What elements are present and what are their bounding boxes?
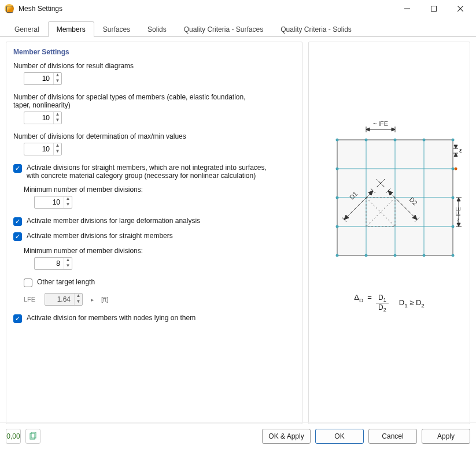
- apply-button[interactable]: Apply: [422, 429, 470, 444]
- svg-marker-50: [454, 153, 457, 157]
- diag-eps: ε: [459, 147, 462, 154]
- rel: D1 ≥ D2: [399, 298, 425, 309]
- c1-down[interactable]: ▼: [64, 202, 72, 208]
- svg-point-19: [423, 139, 426, 142]
- svg-point-18: [394, 139, 397, 142]
- svg-marker-8: [392, 128, 395, 131]
- tab-quality-solids[interactable]: Quality Criteria - Solids: [272, 21, 360, 37]
- c3-input[interactable]: [35, 258, 64, 269]
- c3-otl-down: ▼: [75, 299, 82, 305]
- close-button[interactable]: [447, 0, 474, 17]
- c3-otl-label: Other target length: [37, 278, 95, 286]
- svg-marker-54: [457, 198, 460, 201]
- svg-point-29: [394, 254, 397, 257]
- svg-point-28: [365, 254, 368, 257]
- c3-otl-symbol: LFE: [24, 296, 40, 303]
- svg-marker-49: [454, 145, 457, 149]
- eq: =: [367, 293, 372, 302]
- svg-point-25: [336, 225, 339, 228]
- f1-down[interactable]: ▼: [54, 79, 61, 84]
- svg-point-26: [452, 225, 455, 228]
- tab-members[interactable]: Members: [48, 21, 94, 37]
- svg-point-21: [336, 168, 339, 170]
- f1-spinner[interactable]: ▲▼: [24, 72, 62, 85]
- c3-label: Activate member divisions for straight m…: [27, 232, 173, 240]
- f2-input[interactable]: [24, 113, 53, 123]
- tab-quality-surfaces[interactable]: Quality Criteria - Surfaces: [175, 21, 272, 37]
- c3-otl-extra-icon[interactable]: ▸: [87, 296, 97, 303]
- window-title: Mesh Settings: [19, 5, 394, 13]
- maximize-button[interactable]: [420, 0, 447, 17]
- svg-point-16: [336, 139, 339, 142]
- c3-otl-spinner: ▲▼: [45, 293, 83, 306]
- c4-label: Activate division for members with nodes…: [27, 314, 195, 322]
- svg-point-24: [452, 196, 455, 199]
- c3-checkbox[interactable]: [13, 232, 22, 241]
- formula: ΔD = D1 D2 D1 ≥ D2: [354, 293, 425, 313]
- c1-checkbox[interactable]: [13, 164, 22, 173]
- c3-spinner[interactable]: ▲▼: [34, 257, 72, 270]
- ok-apply-button[interactable]: OK & Apply: [262, 429, 311, 444]
- tab-general[interactable]: General: [6, 21, 48, 37]
- f3-down[interactable]: ▼: [54, 149, 61, 155]
- c1-label: Activate divisions for straight members,…: [27, 164, 270, 180]
- svg-point-23: [336, 196, 339, 199]
- f3-label: Number of divisions for determination of…: [13, 132, 256, 140]
- cancel-button[interactable]: Cancel: [368, 429, 417, 444]
- footer: 0,00 OK & Apply OK Cancel Apply: [0, 422, 476, 449]
- f1-input[interactable]: [24, 73, 53, 84]
- settings-panel: Member Settings Number of divisions for …: [6, 42, 302, 424]
- tab-surfaces[interactable]: Surfaces: [94, 21, 139, 37]
- tab-solids[interactable]: Solids: [139, 21, 175, 37]
- f2-spinner[interactable]: ▲▼: [24, 112, 62, 124]
- c1-input[interactable]: [35, 197, 64, 207]
- tab-bar: General Members Surfaces Solids Quality …: [0, 17, 476, 37]
- title-bar: Mesh Settings: [0, 0, 476, 17]
- copy-icon[interactable]: [25, 429, 40, 444]
- svg-marker-55: [457, 223, 460, 227]
- c2-label: Activate member divisions for large defo…: [27, 217, 200, 225]
- f3-spinner[interactable]: ▲▼: [24, 143, 62, 155]
- c4-checkbox[interactable]: [13, 314, 22, 323]
- svg-rect-1: [431, 6, 437, 12]
- frac-top: D1: [376, 294, 389, 303]
- svg-point-20: [452, 139, 455, 142]
- c1-sublabel: Minimum number of member divisions:: [24, 185, 267, 194]
- mesh-diagram: ~ lFE: [317, 120, 462, 270]
- c3-otl-unit: [ft]: [101, 296, 108, 303]
- f1-label: Number of divisions for result diagrams: [13, 62, 256, 70]
- units-icon[interactable]: 0,00: [6, 429, 21, 444]
- ok-button[interactable]: OK: [315, 429, 364, 444]
- diagram-panel: ~ lFE: [308, 42, 470, 424]
- c3-down[interactable]: ▼: [64, 264, 72, 269]
- c3-sublabel: Minimum number of member divisions:: [24, 247, 267, 255]
- c3-otl-input: [45, 294, 74, 305]
- f2-label: Number of divisions for special types of…: [13, 93, 256, 109]
- svg-point-30: [423, 254, 426, 257]
- section-title: Member Settings: [13, 48, 295, 56]
- c3-otl-checkbox[interactable]: [24, 279, 32, 287]
- svg-point-22: [452, 168, 455, 170]
- delta-d: ΔD: [354, 293, 363, 302]
- svg-point-17: [365, 139, 368, 142]
- frac-bot: D2: [376, 303, 389, 313]
- f3-input[interactable]: [24, 144, 53, 154]
- diag-orange-node: [455, 168, 457, 170]
- minimize-button[interactable]: [394, 0, 420, 17]
- svg-point-31: [452, 254, 455, 257]
- c2-checkbox[interactable]: [13, 217, 22, 226]
- svg-marker-7: [366, 128, 370, 131]
- c1-spinner[interactable]: ▲▼: [34, 196, 72, 209]
- svg-point-27: [336, 254, 339, 257]
- diag-right-label: ~ lFE: [455, 207, 462, 222]
- app-icon: [5, 4, 14, 13]
- diag-top-label: ~ lFE: [373, 120, 388, 127]
- f2-down[interactable]: ▼: [54, 118, 61, 124]
